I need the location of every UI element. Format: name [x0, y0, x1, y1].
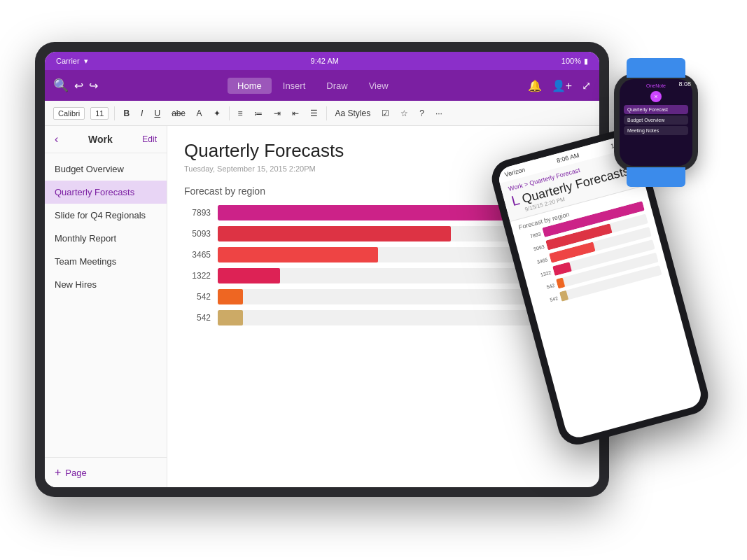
- italic-button[interactable]: I: [138, 107, 146, 120]
- sidebar-back-icon[interactable]: ‹: [55, 133, 58, 146]
- bar-fill: [218, 247, 378, 262]
- battery-icon: ▮: [584, 57, 588, 66]
- sidebar-items: Budget Overview Quarterly Forecasts Slid…: [45, 153, 167, 457]
- bell-icon[interactable]: 🔔: [528, 79, 542, 92]
- toolbar-tabs: Home Insert Draw View: [104, 78, 522, 94]
- phone-bar-label: 542: [538, 295, 559, 305]
- scene: Carrier ▾ 9:42 AM 100% ▮ 🔍 ↩ ↪ Home Inse…: [0, 0, 747, 560]
- underline-button[interactable]: U: [151, 107, 163, 120]
- toolbar: 🔍 ↩ ↪ Home Insert Draw View 🔔 👤+ ⤢: [45, 70, 599, 101]
- sidebar-item-monthly[interactable]: Monthly Report: [45, 227, 167, 250]
- phone-bar-fill: [556, 277, 566, 288]
- phone-bar-label: 5093: [524, 244, 545, 253]
- help-button[interactable]: ?: [417, 107, 427, 120]
- status-left: Carrier ▾: [56, 57, 88, 66]
- watch-item-budget[interactable]: Budget Overview: [624, 115, 688, 125]
- carrier-label: Carrier: [56, 57, 80, 65]
- sidebar-item-budget[interactable]: Budget Overview: [45, 158, 167, 181]
- tablet-status-bar: Carrier ▾ 9:42 AM 100% ▮: [45, 52, 599, 70]
- watch-screen: OneNote × Quarterly Forecast Budget Over…: [620, 79, 692, 166]
- wifi-icon: ▾: [84, 57, 88, 66]
- bar-label: 1322: [184, 271, 211, 281]
- sidebar-header: ‹ Work Edit: [45, 126, 167, 153]
- watch-close-button[interactable]: ×: [650, 91, 662, 102]
- align-button[interactable]: ☰: [307, 107, 321, 120]
- bar-fill: [218, 289, 243, 304]
- add-page-label: Page: [65, 468, 86, 478]
- tab-home[interactable]: Home: [228, 78, 272, 94]
- watch-time: 8:08: [678, 80, 691, 88]
- expand-icon[interactable]: ⤢: [582, 79, 591, 92]
- sidebar-item-slide[interactable]: Slide for Q4 Regionals: [45, 204, 167, 227]
- sidebar-footer: + Page: [45, 457, 167, 487]
- sidebar-item-newhires[interactable]: New Hires: [45, 273, 167, 296]
- indent-button[interactable]: ⇥: [271, 107, 284, 120]
- bar-label: 542: [184, 292, 211, 302]
- add-page-button[interactable]: + Page: [55, 466, 157, 479]
- battery-label: 100%: [561, 57, 581, 65]
- more-button[interactable]: ···: [433, 107, 445, 120]
- user-add-icon[interactable]: 👤+: [552, 79, 572, 92]
- redo-icon[interactable]: ↪: [89, 79, 98, 92]
- phone-bar-fill: [552, 262, 572, 276]
- sidebar-item-meetings[interactable]: Team Meetings: [45, 250, 167, 273]
- sidebar-edit-button[interactable]: Edit: [142, 134, 157, 144]
- tab-draw[interactable]: Draw: [316, 78, 357, 94]
- status-time: 9:42 AM: [311, 57, 339, 65]
- highlight-button[interactable]: ✦: [211, 107, 223, 120]
- tab-insert[interactable]: Insert: [273, 78, 316, 94]
- watch-body: OneNote × Quarterly Forecast Budget Over…: [614, 74, 698, 172]
- sidebar-item-quarterly[interactable]: Quarterly Forecasts: [45, 181, 167, 204]
- phone-bar-label: 542: [535, 282, 555, 292]
- tab-view[interactable]: View: [359, 78, 398, 94]
- list-button[interactable]: ≡: [235, 107, 246, 120]
- bar-label: 5093: [184, 229, 211, 239]
- checkbox-button[interactable]: ☑: [379, 107, 392, 120]
- plus-icon: +: [55, 466, 61, 479]
- watch-band-top: [627, 58, 685, 78]
- search-icon[interactable]: 🔍: [53, 78, 69, 93]
- bar-label: 542: [184, 313, 211, 323]
- watch: OneNote × Quarterly Forecast Budget Over…: [600, 56, 712, 189]
- bar-fill: [218, 310, 243, 326]
- font-selector[interactable]: Calibri: [53, 107, 85, 120]
- format-divider-3: [326, 106, 327, 120]
- watch-item-quarterly[interactable]: Quarterly Forecast: [624, 105, 688, 114]
- format-bar: Calibri 11 B I U abc A ✦ ≡ ≔ ⇥ ⇤ ☰ Aa St…: [45, 101, 599, 126]
- sidebar: ‹ Work Edit Budget Overview Quarterly Fo…: [45, 126, 167, 487]
- chart-row: 542: [184, 310, 582, 326]
- font-size-selector[interactable]: 11: [90, 107, 109, 120]
- outdent-button[interactable]: ⇤: [289, 107, 302, 120]
- bar-fill: [218, 226, 451, 241]
- watch-item-meetings[interactable]: Meeting Notes: [624, 126, 688, 135]
- star-button[interactable]: ☆: [398, 107, 411, 120]
- font-color-button[interactable]: A: [193, 107, 204, 120]
- phone-bar-fill: [559, 290, 569, 302]
- bar-label: 7893: [184, 208, 211, 218]
- format-divider-2: [229, 106, 230, 120]
- phone-bar-label: 1322: [531, 270, 552, 279]
- bar-label: 3465: [184, 250, 211, 260]
- status-right: 100% ▮: [561, 57, 588, 66]
- phone-bar-label: 3465: [528, 257, 548, 267]
- styles-button[interactable]: Aa Styles: [333, 107, 374, 120]
- bar-fill: [218, 268, 280, 284]
- watch-band-bottom: [627, 167, 685, 187]
- sidebar-title: Work: [88, 134, 113, 145]
- undo-icon[interactable]: ↩: [74, 79, 83, 92]
- strikethrough-button[interactable]: abc: [169, 107, 188, 120]
- format-divider-1: [114, 106, 115, 120]
- toolbar-icons: 🔔 👤+ ⤢: [528, 79, 591, 92]
- bold-button[interactable]: B: [120, 107, 132, 120]
- phone-carrier: Verizon: [504, 166, 526, 178]
- ordered-list-button[interactable]: ≔: [251, 107, 265, 120]
- phone-bar-label: 7893: [521, 231, 541, 241]
